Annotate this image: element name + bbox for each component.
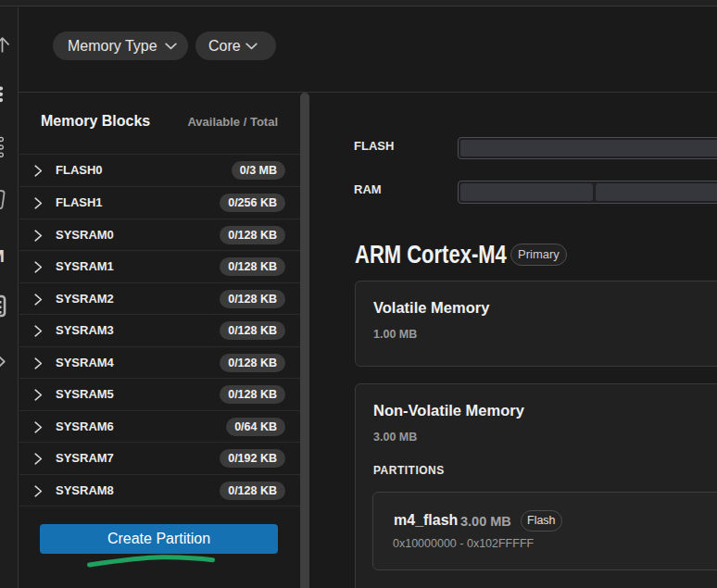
svg-text:M: M [0, 246, 5, 266]
